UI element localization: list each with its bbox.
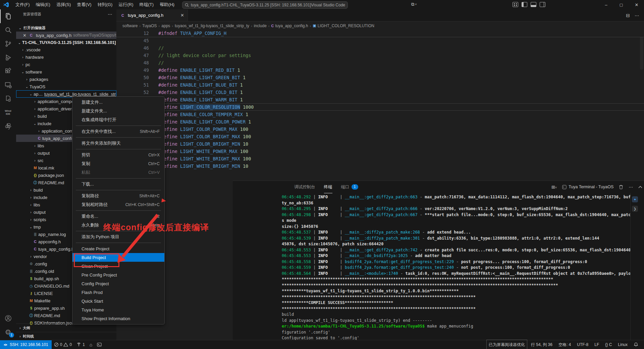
problems-indicator[interactable]: 0 0 <box>52 340 74 349</box>
restore-button[interactable]: ▢ <box>614 0 629 9</box>
close-icon[interactable]: ✕ <box>23 33 26 38</box>
code-line-45[interactable]: 45 <box>116 37 644 44</box>
timeline-section[interactable]: ›时间线 <box>16 332 116 340</box>
code-line-61[interactable]: 61#define LIGHT_WHITE_BRIGHT_MAX 100 <box>116 155 644 162</box>
activity-explorer[interactable] <box>0 9 16 23</box>
workspace-root[interactable]: ⌄ T1-CHL_TUYAOS-3.11.25 [SSH: 192.168.56… <box>16 39 116 46</box>
menu-item---------[interactable]: 新建文件夹... <box>72 107 164 115</box>
terminal-status-button[interactable] <box>95 340 104 349</box>
screen-reader-status[interactable]: 已为屏幕阅读器优化 <box>486 340 527 349</box>
code-line-46[interactable]: 46// <box>116 44 644 52</box>
menubar-item[interactable]: 编辑(E) <box>33 0 53 9</box>
menubar-item[interactable]: 运行(R) <box>115 0 136 9</box>
tree-item-.vscode[interactable]: ›.vscode <box>16 46 116 53</box>
toggle-secondary-sidebar-icon[interactable] <box>540 2 545 7</box>
panel-tab-终端[interactable]: 终端 <box>324 181 332 193</box>
code-line-53[interactable]: 53#define ENABLE_LIGHT_WARM_BIT 1 <box>116 96 644 103</box>
menu-item-config-project[interactable]: Config Project <box>72 279 164 288</box>
breadcrumb-item[interactable]: tuyaos_wf_t1_lig-tuyaos_t1_slide_strip_t… <box>175 23 249 28</box>
code-line-57[interactable]: 57#define LIGHT_COLOR_POWER_MAX 100 <box>116 126 644 133</box>
open-editor-item[interactable]: ✕ C tuya_app_config.h software/TuyaOS/ap… <box>16 32 116 39</box>
activity-wind-ide[interactable]: WindIDE <box>0 106 16 119</box>
toggle-panel-icon[interactable] <box>531 2 536 7</box>
breadcrumb-item[interactable]: include <box>254 23 267 28</box>
code-line-59[interactable]: 59#define LIGHT_COLOR_BRIGHT_MIN 10 <box>116 140 644 148</box>
sidebar-more-icon[interactable]: ⋯ <box>108 11 112 17</box>
close-button[interactable]: ✕ <box>629 0 644 9</box>
menu-item--------[interactable]: 新建文件... <box>72 98 164 107</box>
ports-indicator[interactable]: 1 <box>74 340 87 349</box>
menu-item---[interactable]: 剪切Ctrl+X <box>72 151 164 159</box>
remote-indicator[interactable]: SSH: 192.168.56.101 <box>0 340 52 349</box>
activity-run-debug[interactable] <box>0 51 16 64</box>
code-line-48[interactable]: 48// <box>116 59 644 66</box>
tree-item-TuyaOS[interactable]: ⌄TuyaOS <box>16 83 116 90</box>
editor-more-icon[interactable]: ⋯ <box>635 13 639 18</box>
code-line-47[interactable]: 47// light device color par settings <box>116 52 644 59</box>
menu-item-----------[interactable]: 在文件夹中查找...Shift+Alt+F <box>72 127 164 136</box>
forward-icon[interactable]: → <box>170 2 175 7</box>
customize-layout-icon[interactable] <box>513 2 518 7</box>
panel-tab-调试控制台[interactable]: 调试控制台 <box>294 181 315 193</box>
menubar-item[interactable]: 查看(V) <box>74 0 94 9</box>
activity-remote-explorer[interactable] <box>0 78 16 92</box>
activity-python[interactable] <box>0 119 16 133</box>
panel-tab-端口[interactable]: 端口1 <box>341 181 358 193</box>
menubar-item[interactable]: 选择(S) <box>53 0 74 9</box>
breadcrumb-item[interactable]: software <box>122 23 138 28</box>
code-line-51[interactable]: 51#define ENABLE_LIGHT_BLUE_BIT 1 <box>116 81 644 89</box>
tree-item-packages[interactable]: ›packages <box>16 76 116 83</box>
maximize-panel-icon[interactable] <box>638 186 642 189</box>
breadcrumb-item[interactable]: TuyaOS <box>142 23 157 28</box>
code-line-55[interactable]: 55#define ENABLE_COLOR_TEMPER_MIX 1 <box>116 111 644 118</box>
terminal-instance-icon[interactable]: ❯ <box>632 206 638 212</box>
menu-item---------[interactable]: 在集成终端中打开 <box>72 115 164 124</box>
language-status[interactable]: {} C <box>603 340 614 349</box>
menu-item-tuya-home[interactable]: Tuya Home <box>72 305 164 314</box>
cursor-position[interactable]: 行 54, 列 36 <box>529 340 555 349</box>
activity-source-control[interactable] <box>0 37 16 51</box>
menu-item-show-project-information[interactable]: Show Project Information <box>72 314 164 323</box>
terminal-profile-label[interactable]: Tuya Terminal - TuyaOS <box>562 185 613 189</box>
code-area[interactable]: 4546//47// light device color par settin… <box>116 37 644 170</box>
home-button[interactable]: ⌂ <box>87 340 95 349</box>
tree-item-hardware[interactable]: ›hardware <box>16 53 116 61</box>
sticky-scroll-line[interactable]: 12#ifndef TUYA_APP_CONFIG_H <box>116 30 644 37</box>
encoding-status[interactable]: UTF-8 <box>575 340 591 349</box>
outline-section[interactable]: ›大纲 <box>16 323 116 332</box>
breadcrumb-item[interactable]: apps <box>161 23 170 28</box>
tree-item-pc[interactable]: ›pc <box>16 61 116 68</box>
menubar-item[interactable]: 终端(T) <box>136 0 157 9</box>
code-line-60[interactable]: 60#define LIGHT_WHITE_POWER_MAX 100 <box>116 148 644 155</box>
menubar-item[interactable]: 转到(G) <box>95 0 116 9</box>
menubar-item[interactable]: 文件(F) <box>12 0 33 9</box>
code-line-52[interactable]: 52#define ENABLE_LIGHT_COLD_BIT 1 <box>116 89 644 96</box>
os-status[interactable]: Linux <box>615 340 630 349</box>
command-center-search[interactable]: tuya_app_config.hT1-CHL_TuyaOS-3.11.25 [… <box>182 1 348 9</box>
open-editors-header[interactable]: ⌄ 打开的编辑器 <box>16 24 116 32</box>
terminal-output[interactable]: 06:45:48.292 | INFO | __main__:get_diff2… <box>233 194 630 349</box>
breadcrumb-item[interactable]: ▣LIGHT_COLOR_RESOLUTION <box>313 23 374 28</box>
menu-item---[interactable]: 复制Ctrl+C <box>72 159 164 168</box>
tab-close-icon[interactable]: ✕ <box>180 13 184 18</box>
terminal-instance-icon[interactable]: ✦ <box>632 196 638 202</box>
activity-settings[interactable]: ⚙1 <box>0 325 16 339</box>
back-icon[interactable]: ← <box>161 2 166 7</box>
split-terminal-icon[interactable]: ⊞˅ <box>551 185 557 190</box>
copilot-menu-icon[interactable]: ⧉˅ <box>411 2 417 7</box>
menu-item-pre-config-project[interactable]: Pre Config Project <box>72 270 164 279</box>
activity-extensions[interactable] <box>0 64 16 78</box>
toggle-sidebar-icon[interactable] <box>522 2 527 7</box>
code-line-58[interactable]: 58#define LIGHT_COLOR_BRIGHT_MAX 100 <box>116 133 644 140</box>
breadcrumb-item[interactable]: Ctuya_app_config.h <box>271 23 308 28</box>
eol-status[interactable]: LF <box>592 340 601 349</box>
menu-item----------[interactable]: 将文件夹添加到聊天 <box>72 139 164 148</box>
bell-icon[interactable] <box>631 340 641 349</box>
code-line-50[interactable]: 50#define ENABLE_LIGHT_GREEN_BIT 1 <box>116 74 644 81</box>
panel-more-icon[interactable]: ⋯ <box>629 185 633 190</box>
code-line-56[interactable]: 56#define ENABLE_LIGHT_COLOR_POWER 1 <box>116 118 644 126</box>
trash-icon[interactable] <box>619 185 623 189</box>
indentation-status[interactable]: 空格: 4 <box>556 340 573 349</box>
code-line-62[interactable]: 62#define LIGHT_WHITE_BRIGHT_MIN 10 <box>116 162 644 170</box>
minimize-button[interactable]: – <box>599 0 613 9</box>
